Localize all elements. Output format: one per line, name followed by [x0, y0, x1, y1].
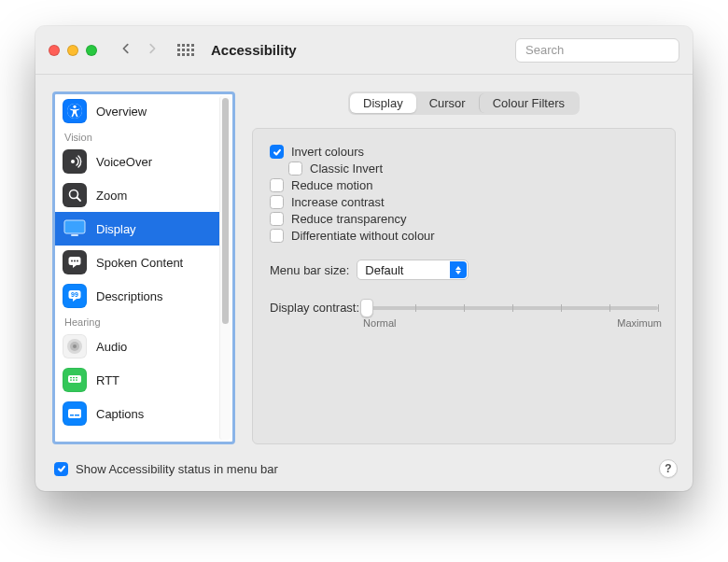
sidebar-item-display[interactable]: Display	[55, 212, 219, 246]
zoom-window-button[interactable]	[86, 45, 97, 56]
show-status-in-menu-bar[interactable]: Show Accessibility status in menu bar	[54, 462, 278, 476]
sidebar-item-label: Captions	[96, 407, 144, 421]
svg-point-14	[77, 260, 78, 262]
slider-ticks	[367, 304, 658, 312]
sidebar-item-zoom[interactable]: Zoom	[55, 178, 219, 212]
display-contrast-row: Display contrast:	[270, 299, 658, 330]
sidebar-section-vision: Vision	[55, 128, 219, 145]
option-classic-invert[interactable]: Classic Invert	[288, 162, 658, 176]
sidebar-scrollbar-thumb[interactable]	[222, 98, 229, 324]
sidebar-item-label: VoiceOver	[96, 155, 152, 169]
sidebar-item-audio[interactable]: Audio	[55, 330, 219, 363]
checkbox[interactable]	[288, 162, 302, 176]
select-stepper-icon	[450, 261, 467, 278]
captions-icon	[63, 401, 87, 426]
sidebar-item-spoken-content[interactable]: Spoken Content	[55, 246, 219, 279]
body: Overview Vision VoiceOver Zoom	[35, 75, 693, 454]
svg-rect-22	[73, 377, 75, 378]
tab-cursor[interactable]: Cursor	[416, 93, 479, 113]
slider-min-label: Normal	[363, 317, 396, 329]
back-button[interactable]	[119, 42, 133, 58]
option-label: Invert colours	[291, 145, 364, 159]
svg-rect-8	[64, 220, 85, 233]
rtt-icon	[63, 368, 87, 392]
option-invert-colours[interactable]: Invert colours	[270, 145, 658, 159]
slider-knob[interactable]	[360, 299, 373, 317]
sidebar-item-label: Descriptions	[96, 289, 163, 303]
svg-rect-26	[76, 380, 77, 381]
sidebar-item-label: RTT	[96, 373, 119, 387]
svg-rect-10	[71, 234, 78, 236]
option-label: Differentiate without colour	[291, 229, 435, 243]
svg-point-4	[73, 105, 76, 108]
sidebar: Overview Vision VoiceOver Zoom	[52, 91, 235, 444]
svg-line-7	[77, 198, 81, 202]
preferences-window: Accessibility Overview Vision	[35, 26, 693, 491]
svg-rect-21	[70, 377, 72, 378]
svg-rect-24	[70, 380, 72, 381]
svg-point-13	[74, 260, 76, 262]
checkbox[interactable]	[270, 145, 284, 159]
toolbar: Accessibility	[35, 26, 693, 75]
svg-rect-25	[73, 380, 75, 381]
svg-point-5	[71, 160, 75, 163]
sidebar-item-captions[interactable]: Captions	[55, 397, 219, 430]
help-button[interactable]: ?	[659, 459, 678, 478]
svg-rect-20	[68, 375, 81, 383]
sidebar-item-label: Overview	[96, 105, 147, 119]
close-window-button[interactable]	[49, 45, 60, 56]
option-label: Reduce motion	[291, 178, 372, 192]
checkbox[interactable]	[270, 195, 284, 209]
show-all-prefs-button[interactable]	[177, 44, 194, 56]
tab-display[interactable]: Display	[350, 93, 416, 113]
footer: Show Accessibility status in menu bar ?	[35, 454, 693, 491]
search-field[interactable]	[515, 38, 679, 63]
accessibility-icon	[63, 99, 87, 123]
sidebar-item-label: Spoken Content	[96, 256, 183, 270]
display-contrast-label: Display contrast:	[270, 301, 359, 315]
pane-title: Accessibility	[211, 42, 297, 58]
zoom-icon	[63, 183, 87, 207]
svg-rect-28	[70, 414, 74, 416]
display-contrast-slider[interactable]: Normal Maximum	[367, 299, 658, 330]
option-increase-contrast[interactable]: Increase contrast	[270, 195, 658, 209]
slider-max-label: Maximum	[617, 317, 662, 329]
option-label: Reduce transparency	[291, 212, 407, 226]
sidebar-section-hearing: Hearing	[55, 313, 219, 330]
sidebar-item-voiceover[interactable]: VoiceOver	[55, 145, 219, 178]
voiceover-icon	[63, 149, 87, 174]
main: Display Cursor Colour Filters Invert col…	[252, 91, 676, 444]
menu-bar-size-select[interactable]: Default	[357, 260, 469, 280]
sidebar-item-label: Zoom	[96, 189, 127, 203]
window-controls	[49, 45, 97, 56]
checkbox[interactable]	[270, 229, 284, 243]
option-reduce-motion[interactable]: Reduce motion	[270, 178, 658, 192]
checkbox[interactable]	[54, 462, 68, 476]
checkbox[interactable]	[270, 178, 284, 192]
option-label: Increase contrast	[291, 195, 385, 209]
tab-colour-filters[interactable]: Colour Filters	[479, 93, 578, 113]
svg-rect-23	[76, 377, 77, 378]
search-input[interactable]	[525, 43, 682, 57]
option-reduce-transparency[interactable]: Reduce transparency	[270, 212, 658, 226]
tab-bar: Display Cursor Colour Filters	[348, 91, 580, 115]
display-icon	[63, 217, 87, 241]
sidebar-item-descriptions[interactable]: 99 Descriptions	[55, 279, 219, 313]
sidebar-item-rtt[interactable]: RTT	[55, 363, 219, 397]
slider-labels: Normal Maximum	[363, 317, 662, 329]
nav-arrows	[119, 42, 159, 58]
spoken-content-icon	[63, 250, 87, 274]
sidebar-item-label: Audio	[96, 340, 127, 354]
minimize-window-button[interactable]	[67, 45, 78, 56]
svg-point-12	[71, 260, 73, 262]
checkbox[interactable]	[270, 212, 284, 226]
svg-text:99: 99	[71, 291, 78, 298]
menu-bar-size-label: Menu bar size:	[270, 263, 349, 277]
sidebar-scrollbar[interactable]	[219, 96, 231, 440]
settings-panel: Invert colours Classic Invert Reduce mot…	[252, 128, 676, 444]
sidebar-list: Overview Vision VoiceOver Zoom	[55, 94, 232, 430]
option-label: Show Accessibility status in menu bar	[76, 462, 278, 476]
option-differentiate-without-colour[interactable]: Differentiate without colour	[270, 229, 658, 243]
sidebar-item-overview[interactable]: Overview	[55, 94, 219, 128]
forward-button[interactable]	[146, 42, 159, 58]
